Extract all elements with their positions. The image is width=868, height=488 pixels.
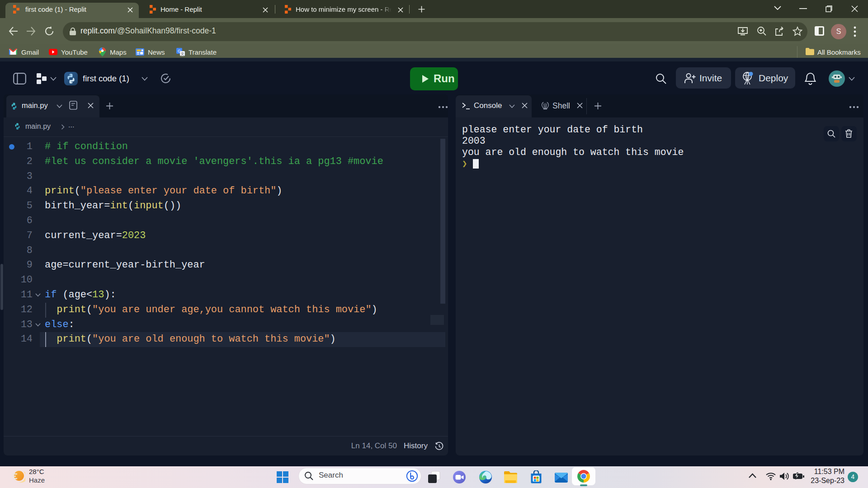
svg-text:文: 文 xyxy=(180,52,184,56)
